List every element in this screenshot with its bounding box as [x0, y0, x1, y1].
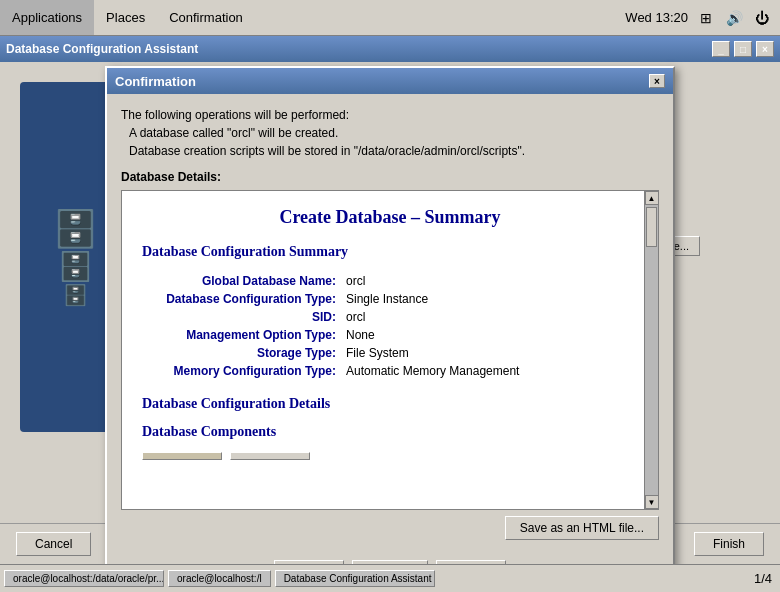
bottom-taskbar: oracle@localhost:/data/oracle/pr... orac… [0, 564, 780, 592]
taskbar-bottom-item-0[interactable]: oracle@localhost:/data/oracle/pr... [4, 570, 164, 587]
field-label: Memory Configuration Type: [142, 362, 342, 380]
section2-title: Database Configuration Details [142, 396, 638, 412]
taskbar-confirmation[interactable]: Confirmation [157, 0, 255, 35]
top-taskbar: Applications Places Confirmation Wed 13:… [0, 0, 780, 36]
component-btn-2[interactable] [230, 452, 310, 460]
scroll-down-arrow[interactable]: ▼ [645, 495, 659, 509]
dialog-content: The following operations will be perform… [107, 94, 673, 552]
dialog-titlebar: Confirmation × [107, 68, 673, 94]
field-value: None [342, 326, 638, 344]
field-value: orcl [342, 272, 638, 290]
field-value: Single Instance [342, 290, 638, 308]
scroll-up-arrow[interactable]: ▲ [645, 191, 659, 205]
info-text: The following operations will be perform… [121, 106, 659, 160]
taskbar-right: Wed 13:20 ⊞ 🔊 ⏻ [625, 8, 780, 28]
field-value: Automatic Memory Management [342, 362, 638, 380]
section1-title: Database Configuration Summary [142, 244, 638, 260]
volume-icon[interactable]: 🔊 [724, 8, 744, 28]
field-value: File System [342, 344, 638, 362]
taskbar-bottom-items: oracle@localhost:/data/oracle/pr... orac… [0, 570, 754, 587]
table-row: Global Database Name: orcl [142, 272, 638, 290]
db-details-label: Database Details: [121, 170, 659, 184]
scroll-thumb[interactable] [646, 207, 657, 247]
network-icon[interactable]: ⊞ [696, 8, 716, 28]
dialog-title: Confirmation [115, 74, 196, 89]
field-label: Database Configuration Type: [142, 290, 342, 308]
field-label: Global Database Name: [142, 272, 342, 290]
taskbar-places[interactable]: Places [94, 0, 157, 35]
field-label: Storage Type: [142, 344, 342, 362]
summary-inner: Create Database – Summary Database Confi… [122, 191, 658, 509]
config-table: Global Database Name: orcl Database Conf… [142, 272, 638, 380]
info-line3: Database creation scripts will be stored… [129, 142, 659, 160]
info-line1: The following operations will be perform… [121, 106, 659, 124]
scroll-track [645, 205, 658, 495]
component-buttons [142, 452, 638, 460]
field-value: orcl [342, 308, 638, 326]
field-label: SID: [142, 308, 342, 326]
component-btn-1[interactable] [142, 452, 222, 460]
table-row: Memory Configuration Type: Automatic Mem… [142, 362, 638, 380]
clock: Wed 13:20 [625, 10, 688, 25]
field-label: Management Option Type: [142, 326, 342, 344]
summary-title: Create Database – Summary [142, 207, 638, 228]
save-html-button[interactable]: Save as an HTML file... [505, 516, 659, 540]
power-icon[interactable]: ⏻ [752, 8, 772, 28]
table-row: Database Configuration Type: Single Inst… [142, 290, 638, 308]
confirmation-dialog: Confirmation × The following operations … [105, 66, 675, 592]
taskbar-bottom-item-1[interactable]: oracle@localhost:/l [168, 570, 271, 587]
taskbar-applications[interactable]: Applications [0, 0, 94, 35]
taskbar-page-indicator: 1/4 [754, 571, 780, 586]
dialog-overlay: Confirmation × The following operations … [0, 36, 780, 592]
section3-title: Database Components [142, 424, 638, 440]
info-line2: A database called "orcl" will be created… [129, 124, 659, 142]
dialog-close-button[interactable]: × [649, 74, 665, 88]
table-row: SID: orcl [142, 308, 638, 326]
taskbar-bottom-item-2[interactable]: Database Configuration Assistant [275, 570, 435, 587]
summary-scrollbar[interactable]: ▲ ▼ [644, 191, 658, 509]
table-row: Management Option Type: None [142, 326, 638, 344]
summary-panel: Create Database – Summary Database Confi… [121, 190, 659, 510]
table-row: Storage Type: File System [142, 344, 638, 362]
